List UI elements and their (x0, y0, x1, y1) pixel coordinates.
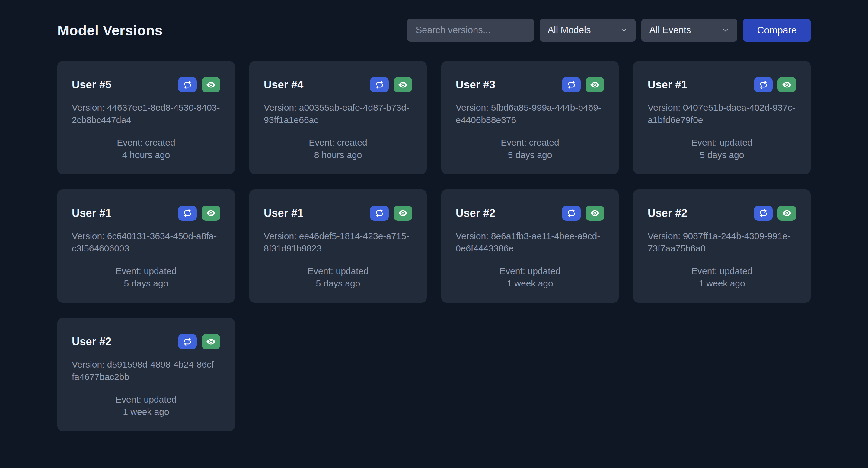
card-version-text: Version: 8e6a1fb3-ae11-4bee-a9cd-0e6f444… (456, 230, 604, 255)
page-header: Model Versions All Models All Events Com… (57, 19, 811, 42)
card-version-text: Version: 0407e51b-daea-402d-937c-a1bfd6e… (648, 101, 796, 126)
version-card: User #1 (633, 61, 811, 174)
eye-icon (782, 208, 792, 218)
compare-button[interactable]: Compare (743, 19, 811, 42)
view-version-button[interactable] (202, 206, 220, 221)
version-cards-grid: User #5 (57, 61, 811, 431)
card-user-title: User #2 (72, 335, 112, 348)
card-user-title: User #1 (648, 78, 687, 91)
version-card: User #4 (249, 61, 427, 174)
card-version-text: Version: 6c640131-3634-450d-a8fa-c3f5646… (72, 230, 220, 255)
card-event-block: Event: updated 1 week ago (456, 265, 604, 290)
version-card: User #2 (441, 189, 619, 303)
sync-version-button[interactable] (370, 77, 389, 92)
card-event-text: Event: updated (72, 265, 220, 277)
version-card: User #2 (57, 318, 235, 431)
sync-version-button[interactable] (370, 206, 389, 221)
view-version-button[interactable] (586, 77, 604, 92)
card-event-block: Event: created 8 hours ago (264, 136, 412, 161)
card-header-row: User #1 (264, 206, 412, 221)
card-user-title: User #2 (456, 207, 496, 220)
card-event-text: Event: updated (72, 393, 220, 406)
card-user-title: User #5 (72, 78, 112, 91)
card-event-text: Event: updated (264, 265, 412, 277)
view-version-button[interactable] (202, 77, 220, 92)
sync-version-button[interactable] (754, 77, 773, 92)
version-card: User #1 (249, 189, 427, 303)
chevron-down-icon (722, 26, 730, 34)
card-time-text: 4 hours ago (72, 149, 220, 161)
events-filter-value: All Events (649, 25, 691, 36)
model-versions-page: Model Versions All Models All Events Com… (0, 0, 868, 431)
models-filter-select[interactable]: All Models (539, 19, 636, 42)
card-event-block: Event: updated 1 week ago (72, 393, 220, 418)
view-version-button[interactable] (777, 77, 796, 92)
card-time-text: 5 days ago (72, 277, 220, 290)
eye-icon (398, 79, 408, 90)
eye-icon (398, 208, 408, 218)
card-time-text: 1 week ago (456, 277, 604, 290)
eye-icon (590, 208, 600, 218)
card-event-text: Event: updated (456, 265, 604, 277)
card-version-text: Version: 44637ee1-8ed8-4530-8403-2cb8bc4… (72, 101, 220, 126)
card-event-block: Event: updated 5 days ago (72, 265, 220, 290)
card-event-text: Event: created (264, 136, 412, 149)
sync-version-button[interactable] (178, 77, 197, 92)
card-actions (178, 77, 220, 92)
card-header-row: User #5 (72, 77, 220, 92)
card-event-text: Event: updated (648, 136, 796, 149)
card-time-text: 1 week ago (648, 277, 796, 290)
sync-icon (566, 208, 576, 218)
sync-version-button[interactable] (178, 206, 197, 221)
card-event-text: Event: created (72, 136, 220, 149)
eye-icon (782, 79, 792, 90)
sync-icon (183, 208, 192, 218)
card-actions (754, 77, 796, 92)
events-filter-select[interactable]: All Events (641, 19, 737, 42)
card-time-text: 1 week ago (72, 406, 220, 418)
eye-icon (206, 208, 216, 218)
sync-icon (375, 80, 384, 90)
card-time-text: 5 days ago (648, 149, 796, 161)
card-header-row: User #2 (648, 206, 796, 221)
card-header-row: User #1 (72, 206, 220, 221)
card-actions (370, 77, 412, 92)
card-actions (178, 206, 220, 221)
card-time-text: 8 hours ago (264, 149, 412, 161)
version-card: User #1 (57, 189, 235, 303)
card-user-title: User #3 (456, 78, 496, 91)
card-time-text: 5 days ago (264, 277, 412, 290)
chevron-down-icon (620, 26, 628, 34)
sync-icon (183, 337, 192, 346)
search-input[interactable] (407, 19, 534, 42)
page-title: Model Versions (57, 22, 163, 39)
view-version-button[interactable] (394, 77, 412, 92)
sync-icon (566, 80, 576, 90)
card-header-row: User #3 (456, 77, 604, 92)
view-version-button[interactable] (202, 334, 220, 349)
card-version-text: Version: 9087ff1a-244b-4309-991e-73f7aa7… (648, 230, 796, 255)
card-version-text: Version: ee46def5-1814-423e-a715-8f31d91… (264, 230, 412, 255)
sync-icon (183, 80, 192, 90)
sync-version-button[interactable] (754, 206, 773, 221)
sync-version-button[interactable] (562, 77, 581, 92)
card-event-block: Event: updated 5 days ago (648, 136, 796, 161)
view-version-button[interactable] (777, 206, 796, 221)
card-version-text: Version: d591598d-4898-4b24-86cf-fa4677b… (72, 358, 220, 383)
card-header-row: User #2 (456, 206, 604, 221)
card-actions (562, 77, 604, 92)
eye-icon (590, 79, 600, 90)
sync-icon (758, 80, 768, 90)
sync-version-button[interactable] (178, 334, 197, 349)
view-version-button[interactable] (586, 206, 604, 221)
sync-version-button[interactable] (562, 206, 581, 221)
card-user-title: User #1 (72, 207, 112, 220)
card-actions (370, 206, 412, 221)
card-event-block: Event: created 5 days ago (456, 136, 604, 161)
view-version-button[interactable] (394, 206, 412, 221)
card-version-text: Version: a00355ab-eafe-4d87-b73d-93ff1a1… (264, 101, 412, 126)
card-actions (562, 206, 604, 221)
card-actions (178, 334, 220, 349)
card-user-title: User #1 (264, 207, 304, 220)
version-card: User #5 (57, 61, 235, 174)
